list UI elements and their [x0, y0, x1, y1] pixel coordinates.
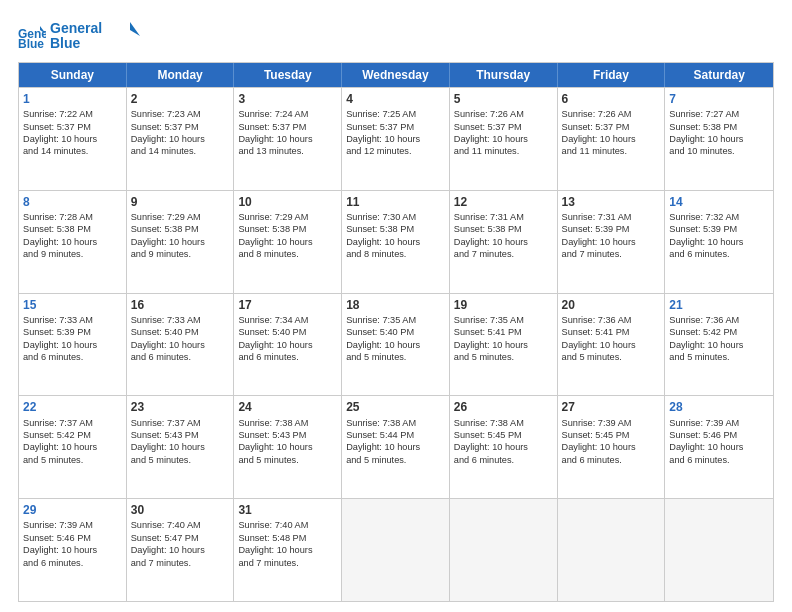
- day-number: 28: [669, 399, 769, 415]
- day-info: Sunrise: 7:31 AM Sunset: 5:38 PM Dayligh…: [454, 212, 528, 259]
- day-number: 1: [23, 91, 122, 107]
- week-row-1: 8Sunrise: 7:28 AM Sunset: 5:38 PM Daylig…: [19, 190, 773, 293]
- cal-cell: 21Sunrise: 7:36 AM Sunset: 5:42 PM Dayli…: [665, 294, 773, 396]
- day-number: 10: [238, 194, 337, 210]
- cal-cell: 5Sunrise: 7:26 AM Sunset: 5:37 PM Daylig…: [450, 88, 558, 190]
- day-number: 16: [131, 297, 230, 313]
- cal-cell: 13Sunrise: 7:31 AM Sunset: 5:39 PM Dayli…: [558, 191, 666, 293]
- day-number: 4: [346, 91, 445, 107]
- day-number: 21: [669, 297, 769, 313]
- day-info: Sunrise: 7:40 AM Sunset: 5:47 PM Dayligh…: [131, 520, 205, 567]
- day-info: Sunrise: 7:38 AM Sunset: 5:45 PM Dayligh…: [454, 418, 528, 465]
- cal-cell: 30Sunrise: 7:40 AM Sunset: 5:47 PM Dayli…: [127, 499, 235, 601]
- svg-marker-5: [130, 22, 140, 36]
- header-day-thursday: Thursday: [450, 63, 558, 87]
- week-row-0: 1Sunrise: 7:22 AM Sunset: 5:37 PM Daylig…: [19, 87, 773, 190]
- day-number: 18: [346, 297, 445, 313]
- header-day-monday: Monday: [127, 63, 235, 87]
- cal-cell: 18Sunrise: 7:35 AM Sunset: 5:40 PM Dayli…: [342, 294, 450, 396]
- day-info: Sunrise: 7:37 AM Sunset: 5:43 PM Dayligh…: [131, 418, 205, 465]
- day-info: Sunrise: 7:38 AM Sunset: 5:44 PM Dayligh…: [346, 418, 420, 465]
- calendar-body: 1Sunrise: 7:22 AM Sunset: 5:37 PM Daylig…: [19, 87, 773, 601]
- svg-text:General: General: [50, 20, 102, 36]
- day-number: 12: [454, 194, 553, 210]
- header-day-saturday: Saturday: [665, 63, 773, 87]
- day-number: 8: [23, 194, 122, 210]
- cal-cell: 11Sunrise: 7:30 AM Sunset: 5:38 PM Dayli…: [342, 191, 450, 293]
- calendar: SundayMondayTuesdayWednesdayThursdayFrid…: [18, 62, 774, 602]
- day-info: Sunrise: 7:29 AM Sunset: 5:38 PM Dayligh…: [131, 212, 205, 259]
- day-number: 11: [346, 194, 445, 210]
- day-info: Sunrise: 7:23 AM Sunset: 5:37 PM Dayligh…: [131, 109, 205, 156]
- logo-svg: General Blue: [50, 18, 140, 54]
- cal-cell: 7Sunrise: 7:27 AM Sunset: 5:38 PM Daylig…: [665, 88, 773, 190]
- day-info: Sunrise: 7:35 AM Sunset: 5:40 PM Dayligh…: [346, 315, 420, 362]
- cal-cell: 20Sunrise: 7:36 AM Sunset: 5:41 PM Dayli…: [558, 294, 666, 396]
- calendar-header: SundayMondayTuesdayWednesdayThursdayFrid…: [19, 63, 773, 87]
- day-info: Sunrise: 7:26 AM Sunset: 5:37 PM Dayligh…: [562, 109, 636, 156]
- day-number: 20: [562, 297, 661, 313]
- cal-cell: [342, 499, 450, 601]
- cal-cell: 6Sunrise: 7:26 AM Sunset: 5:37 PM Daylig…: [558, 88, 666, 190]
- day-number: 30: [131, 502, 230, 518]
- day-info: Sunrise: 7:40 AM Sunset: 5:48 PM Dayligh…: [238, 520, 312, 567]
- day-number: 27: [562, 399, 661, 415]
- cal-cell: 31Sunrise: 7:40 AM Sunset: 5:48 PM Dayli…: [234, 499, 342, 601]
- page: General Blue General Blue SundayMondayTu…: [0, 0, 792, 612]
- cal-cell: 15Sunrise: 7:33 AM Sunset: 5:39 PM Dayli…: [19, 294, 127, 396]
- day-info: Sunrise: 7:26 AM Sunset: 5:37 PM Dayligh…: [454, 109, 528, 156]
- cal-cell: 3Sunrise: 7:24 AM Sunset: 5:37 PM Daylig…: [234, 88, 342, 190]
- day-info: Sunrise: 7:30 AM Sunset: 5:38 PM Dayligh…: [346, 212, 420, 259]
- cal-cell: 22Sunrise: 7:37 AM Sunset: 5:42 PM Dayli…: [19, 396, 127, 498]
- cal-cell: 26Sunrise: 7:38 AM Sunset: 5:45 PM Dayli…: [450, 396, 558, 498]
- cal-cell: 24Sunrise: 7:38 AM Sunset: 5:43 PM Dayli…: [234, 396, 342, 498]
- day-info: Sunrise: 7:36 AM Sunset: 5:42 PM Dayligh…: [669, 315, 743, 362]
- cal-cell: 8Sunrise: 7:28 AM Sunset: 5:38 PM Daylig…: [19, 191, 127, 293]
- cal-cell: 16Sunrise: 7:33 AM Sunset: 5:40 PM Dayli…: [127, 294, 235, 396]
- logo: General Blue General Blue: [18, 18, 140, 54]
- day-info: Sunrise: 7:34 AM Sunset: 5:40 PM Dayligh…: [238, 315, 312, 362]
- cal-cell: [450, 499, 558, 601]
- cal-cell: 19Sunrise: 7:35 AM Sunset: 5:41 PM Dayli…: [450, 294, 558, 396]
- day-info: Sunrise: 7:38 AM Sunset: 5:43 PM Dayligh…: [238, 418, 312, 465]
- day-info: Sunrise: 7:29 AM Sunset: 5:38 PM Dayligh…: [238, 212, 312, 259]
- header-day-friday: Friday: [558, 63, 666, 87]
- day-number: 9: [131, 194, 230, 210]
- day-info: Sunrise: 7:39 AM Sunset: 5:46 PM Dayligh…: [23, 520, 97, 567]
- cal-cell: 2Sunrise: 7:23 AM Sunset: 5:37 PM Daylig…: [127, 88, 235, 190]
- day-info: Sunrise: 7:25 AM Sunset: 5:37 PM Dayligh…: [346, 109, 420, 156]
- header-day-wednesday: Wednesday: [342, 63, 450, 87]
- day-info: Sunrise: 7:35 AM Sunset: 5:41 PM Dayligh…: [454, 315, 528, 362]
- day-number: 5: [454, 91, 553, 107]
- cal-cell: 23Sunrise: 7:37 AM Sunset: 5:43 PM Dayli…: [127, 396, 235, 498]
- day-info: Sunrise: 7:39 AM Sunset: 5:45 PM Dayligh…: [562, 418, 636, 465]
- cal-cell: [558, 499, 666, 601]
- day-info: Sunrise: 7:28 AM Sunset: 5:38 PM Dayligh…: [23, 212, 97, 259]
- day-info: Sunrise: 7:27 AM Sunset: 5:38 PM Dayligh…: [669, 109, 743, 156]
- cal-cell: 17Sunrise: 7:34 AM Sunset: 5:40 PM Dayli…: [234, 294, 342, 396]
- cal-cell: 29Sunrise: 7:39 AM Sunset: 5:46 PM Dayli…: [19, 499, 127, 601]
- cal-cell: 28Sunrise: 7:39 AM Sunset: 5:46 PM Dayli…: [665, 396, 773, 498]
- day-info: Sunrise: 7:36 AM Sunset: 5:41 PM Dayligh…: [562, 315, 636, 362]
- day-number: 14: [669, 194, 769, 210]
- cal-cell: 27Sunrise: 7:39 AM Sunset: 5:45 PM Dayli…: [558, 396, 666, 498]
- header-day-tuesday: Tuesday: [234, 63, 342, 87]
- day-number: 13: [562, 194, 661, 210]
- cal-cell: 9Sunrise: 7:29 AM Sunset: 5:38 PM Daylig…: [127, 191, 235, 293]
- week-row-2: 15Sunrise: 7:33 AM Sunset: 5:39 PM Dayli…: [19, 293, 773, 396]
- day-number: 15: [23, 297, 122, 313]
- svg-text:Blue: Blue: [50, 35, 81, 51]
- day-info: Sunrise: 7:39 AM Sunset: 5:46 PM Dayligh…: [669, 418, 743, 465]
- logo-icon: General Blue: [18, 22, 46, 50]
- header-day-sunday: Sunday: [19, 63, 127, 87]
- day-number: 26: [454, 399, 553, 415]
- cal-cell: [665, 499, 773, 601]
- day-info: Sunrise: 7:37 AM Sunset: 5:42 PM Dayligh…: [23, 418, 97, 465]
- day-number: 25: [346, 399, 445, 415]
- day-number: 22: [23, 399, 122, 415]
- week-row-4: 29Sunrise: 7:39 AM Sunset: 5:46 PM Dayli…: [19, 498, 773, 601]
- svg-text:Blue: Blue: [18, 37, 44, 50]
- cal-cell: 4Sunrise: 7:25 AM Sunset: 5:37 PM Daylig…: [342, 88, 450, 190]
- header: General Blue General Blue: [18, 18, 774, 54]
- day-number: 23: [131, 399, 230, 415]
